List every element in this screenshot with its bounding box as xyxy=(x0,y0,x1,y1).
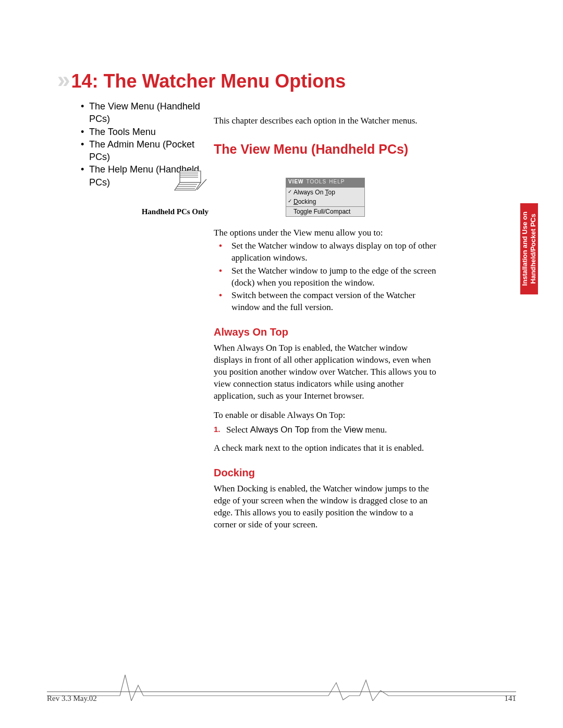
revision-label: Rev 3.3 May.02 xyxy=(47,694,97,703)
margin-note-handheld-only: Handheld PCs Only xyxy=(117,207,209,216)
section-heading-view-menu: The View Menu (Handheld PCs) xyxy=(214,142,437,157)
svg-marker-1 xyxy=(180,171,201,182)
menu-item-docking: Docking xyxy=(286,197,364,206)
toc-item: •The Admin Menu (Pocket PCs) xyxy=(81,138,201,164)
menu-item-toggle: Toggle Full/Compact xyxy=(286,206,364,216)
menu-item-always-on-top: Always On Top xyxy=(286,188,364,197)
page-footer: Rev 3.3 May.02 141 xyxy=(47,692,516,703)
toc-item: •The View Menu (Handheld PCs) xyxy=(81,100,201,126)
chevrons-icon: » xyxy=(57,67,67,93)
toc-item: •The Tools Menu xyxy=(81,126,201,138)
page-number: 141 xyxy=(505,694,517,703)
numbered-step: 1. Select Always On Top from the View me… xyxy=(214,425,437,435)
view-menu-lead: The options under the View menu allow yo… xyxy=(214,227,437,239)
chapter-title: 14: The Watcher Menu Options xyxy=(71,70,346,92)
subheading-always-on-top: Always On Top xyxy=(214,326,437,338)
paragraph: When Always On Top is enabled, the Watch… xyxy=(214,342,437,402)
paragraph: To enable or disable Always On Top: xyxy=(214,410,437,422)
menu-bar: VIEW TOOLS HELP xyxy=(286,178,364,188)
paragraph: When Docking is enabled, the Watcher win… xyxy=(214,483,437,531)
intro-paragraph: This chapter describes each option in th… xyxy=(214,115,437,127)
main-content: This chapter describes each option in th… xyxy=(214,115,437,531)
handheld-pc-icon xyxy=(172,167,209,198)
section-tab: Installation and Use onHandheld/Pocket P… xyxy=(520,203,538,294)
view-menu-screenshot: VIEW TOOLS HELP Always On Top Docking To… xyxy=(286,178,365,217)
bullet-item: •Switch between the compact version of t… xyxy=(214,290,437,314)
bullet-item: •Set the Watcher window to always displa… xyxy=(214,240,437,264)
subheading-docking: Docking xyxy=(214,467,437,479)
bullet-item: •Set the Watcher window to jump to the e… xyxy=(214,265,437,289)
paragraph: A check mark next to the option indicate… xyxy=(214,442,437,454)
chapter-heading: » 14: The Watcher Menu Options xyxy=(57,67,346,93)
